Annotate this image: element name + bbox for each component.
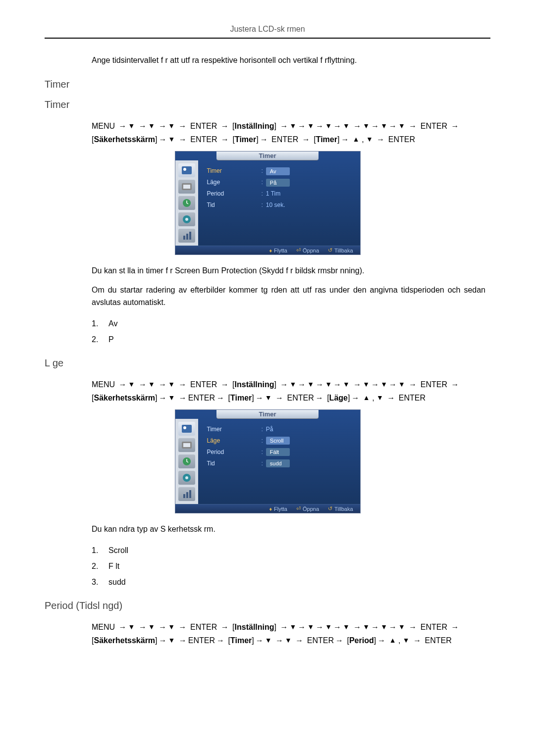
- nav-enter: ENTER: [425, 636, 452, 645]
- svg-point-6: [185, 218, 188, 221]
- page-header: Justera LCD-sk rmen: [45, 25, 490, 39]
- svg-point-1: [183, 168, 186, 171]
- timer-desc-1: Du kan st lla in timer f r Screen Burn P…: [92, 265, 485, 277]
- nav-enter: ENTER: [188, 394, 215, 402]
- nav-sakerhetsskarm: Säkerhetsskärm: [94, 394, 155, 402]
- section-period: Period (Tidsl ngd): [45, 600, 490, 611]
- nav-menu: MENU: [92, 122, 115, 130]
- nav-enter-2: ENTER: [421, 122, 447, 130]
- nav-enter-3: ENTER: [190, 135, 217, 144]
- nav-installning: Inställning: [235, 380, 274, 389]
- osd-lbl-timer: Timer: [207, 165, 262, 177]
- osd-footer-oppna: Öppna: [303, 506, 319, 512]
- lage-desc: Du kan ndra typ av S kerhetssk rm.: [92, 523, 485, 536]
- osd-timer-panel: Timer Timer : Av: [175, 151, 361, 255]
- section-timer-outer: Timer: [45, 79, 490, 90]
- nav-timer-br: Timer: [230, 394, 252, 402]
- nav-timer-br2: Timer: [316, 135, 337, 144]
- osd-val-av: Av: [266, 167, 290, 175]
- list-item: 2.F lt: [92, 558, 490, 574]
- list-item: 1.Scroll: [92, 543, 490, 558]
- osd-val-scroll: Scroll: [266, 437, 290, 445]
- nav-enter-4: ENTER: [271, 135, 298, 144]
- osd-row-lage: Läge : Scroll: [207, 435, 353, 447]
- svg-rect-9: [189, 232, 191, 240]
- osd-val-tid: 10 sek.: [266, 200, 285, 211]
- osd-footer: ♦Flytta ⏎Öppna ↺Tillbaka: [175, 246, 360, 254]
- osd-footer-flytta: Flytta: [274, 248, 287, 253]
- svg-rect-13: [183, 443, 190, 447]
- intro-text: Ange tidsintervallet f r att utf ra resp…: [92, 56, 490, 65]
- osd-row-timer: Timer :På: [207, 424, 353, 435]
- chart-icon: [178, 229, 195, 243]
- list-item: 1.Av: [92, 316, 490, 332]
- osd-val-falt: Fält: [266, 448, 290, 456]
- nav-enter: ENTER: [307, 636, 334, 645]
- osd-lbl-lage: Läge: [207, 435, 262, 447]
- osd-lage-title: Timer: [216, 410, 318, 419]
- nav-period-br: Period: [349, 636, 374, 645]
- svg-rect-8: [186, 234, 188, 240]
- osd-row-timer: Timer : Av: [207, 165, 353, 177]
- list-item: 2.P: [92, 332, 490, 348]
- osd-row-period: Period :1 Tim: [207, 188, 353, 200]
- gear-icon: [178, 212, 195, 226]
- osd-row-tid: Tid :10 sek.: [207, 200, 353, 211]
- osd-val-timer: På: [266, 424, 273, 435]
- nav-enter: ENTER: [421, 623, 447, 631]
- nav-timer-br1: Timer: [235, 135, 256, 144]
- osd-lbl-lage: Läge: [207, 177, 262, 188]
- section-lage: L ge: [45, 357, 490, 369]
- screen-icon: [178, 438, 195, 452]
- nav-enter: ENTER: [190, 623, 217, 631]
- nav-sakerhetsskarm: Säkerhetsskärm: [94, 135, 155, 144]
- osd-row-period: Period : Fält: [207, 447, 353, 458]
- osd-footer-tillbaka: Tillbaka: [334, 248, 353, 253]
- osd-val-sudd: sudd: [266, 459, 290, 467]
- osd-val-pa: På: [266, 179, 290, 187]
- svg-rect-18: [186, 492, 188, 498]
- nav-path-period: MENU →▼ →▼ →▼ → ENTER → [Inställning] →▼…: [92, 620, 485, 647]
- svg-point-16: [185, 476, 188, 479]
- svg-rect-10: [182, 425, 192, 433]
- nav-lage-br: Läge: [329, 394, 348, 402]
- clock-icon: [178, 196, 195, 210]
- svg-rect-3: [183, 185, 190, 189]
- osd-icon-rail: [175, 160, 198, 246]
- screen-icon: [178, 180, 195, 194]
- nav-enter: ENTER: [190, 380, 217, 389]
- svg-point-11: [183, 426, 186, 429]
- osd-row-tid: Tid : sudd: [207, 458, 353, 469]
- chart-icon: [178, 487, 195, 501]
- osd-lbl-tid: Tid: [207, 200, 262, 211]
- nav-installning: Inställning: [235, 623, 274, 631]
- osd-lbl-timer: Timer: [207, 424, 262, 435]
- picture-icon: [178, 163, 195, 177]
- nav-enter: ENTER: [188, 636, 215, 645]
- nav-menu: MENU: [92, 623, 115, 631]
- osd-lbl-tid: Tid: [207, 458, 262, 469]
- nav-path-timer: MENU →▼ →▼ →▼ → ENTER → [Inställning] →▼…: [92, 119, 485, 146]
- lage-list: 1.Scroll 2.F lt 3.sudd: [92, 543, 490, 590]
- osd-footer-oppna: Öppna: [303, 248, 319, 253]
- osd-row-lage: Läge : På: [207, 177, 353, 188]
- osd-timer-title: Timer: [216, 151, 318, 160]
- osd-footer: ♦Flytta ⏎Öppna ↺Tillbaka: [175, 504, 360, 513]
- nav-sakerhetsskarm: Säkerhetsskärm: [94, 636, 155, 645]
- osd-icon-rail: [175, 419, 198, 504]
- svg-rect-17: [183, 494, 185, 498]
- nav-enter: ENTER: [190, 122, 217, 130]
- nav-installning: Inställning: [235, 122, 274, 130]
- nav-timer-br: Timer: [230, 636, 252, 645]
- timer-list: 1.Av 2.P: [92, 316, 490, 348]
- osd-lage-panel: Timer Timer :På Läge :: [175, 409, 361, 513]
- nav-path-lage: MENU →▼ →▼ →▼ → ENTER → [Inställning] →▼…: [92, 378, 485, 404]
- svg-rect-7: [183, 236, 185, 240]
- clock-icon: [178, 454, 195, 468]
- svg-rect-0: [182, 166, 192, 174]
- osd-footer-flytta: Flytta: [274, 506, 287, 512]
- osd-val-period: 1 Tim: [266, 188, 280, 200]
- nav-enter-5: ENTER: [388, 135, 415, 144]
- section-timer-inner: Timer: [45, 99, 490, 110]
- nav-enter: ENTER: [399, 394, 426, 402]
